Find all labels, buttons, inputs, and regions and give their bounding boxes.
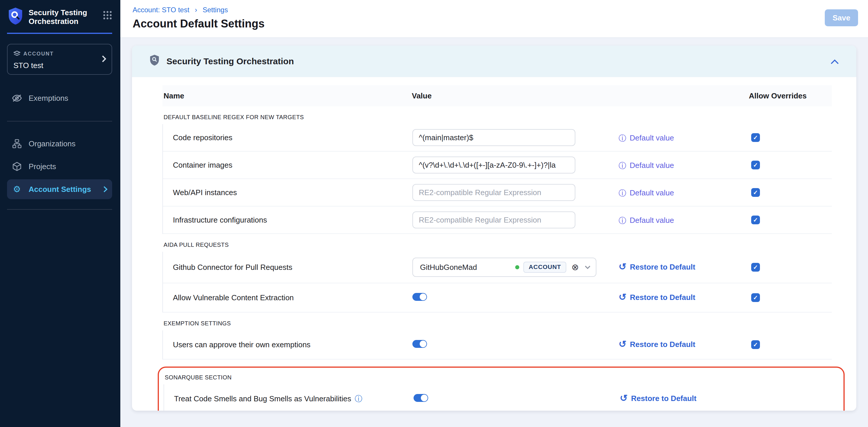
restore-icon: ↺ [619, 292, 626, 302]
section-header[interactable]: Security Testing Orchestration [132, 45, 856, 77]
regex-input-code-repositories[interactable] [412, 129, 576, 146]
restore-default-link[interactable]: ↺Restore to Default [619, 263, 695, 272]
sidebar-item-label: Exemptions [29, 94, 68, 103]
app-logo-shield-icon [8, 7, 23, 27]
restore-default-link[interactable]: ↺Restore to Default [619, 293, 695, 302]
setting-name: Code repositories [173, 133, 232, 142]
account-name: STO test [13, 61, 97, 70]
connector-status-dot [515, 265, 519, 269]
settings-group: Users can approve their own exemptions ↺… [162, 330, 832, 360]
settings-group: Github Connector for Pull Requests GitHu… [162, 252, 832, 312]
setting-name: Treat Code Smells and Bug Smells as Vuln… [174, 394, 351, 403]
regex-input-web-api[interactable] [412, 184, 576, 201]
table-row: Infrastructure configurations ⓘDefault v… [163, 207, 832, 234]
app-grid-menu-icon[interactable] [103, 10, 112, 22]
setting-name: Users can approve their own exemptions [173, 340, 310, 349]
info-icon: ⓘ [619, 134, 626, 142]
table-row: Web/API instances ⓘDefault value ✓ [163, 179, 832, 207]
eye-off-icon [10, 94, 23, 102]
allow-override-checkbox[interactable]: ✓ [751, 188, 760, 197]
info-icon[interactable]: ⓘ [354, 395, 362, 402]
toggle-approve-own-exemptions[interactable] [412, 340, 427, 348]
group-label: AIDA PULL REQUESTS [163, 242, 832, 248]
sidebar-item-organizations[interactable]: Organizations [7, 134, 112, 154]
breadcrumb-settings-link[interactable]: Settings [203, 6, 228, 14]
allow-override-checkbox[interactable]: ✓ [751, 340, 760, 349]
restore-default-link[interactable]: ↺Restore to Default [620, 394, 696, 403]
breadcrumb-separator-icon: › [195, 6, 197, 14]
regex-input-container-images[interactable] [412, 157, 576, 174]
annotation-highlight-box: SONARQUBE SECTION Treat Code Smells and … [158, 367, 845, 410]
table-header: Name Value Allow Overrides [162, 85, 832, 106]
sidebar-divider [7, 121, 112, 122]
info-icon: ⓘ [619, 217, 626, 224]
toggle-code-smells[interactable] [413, 394, 428, 402]
column-header-overrides: Allow Overrides [749, 91, 832, 100]
sidebar-item-account-settings[interactable]: ⚙ Account Settings [7, 179, 112, 199]
default-value-link[interactable]: ⓘDefault value [619, 188, 674, 197]
gear-icon: ⚙ [10, 185, 23, 194]
setting-name: Container images [173, 161, 232, 170]
default-value-link[interactable]: ⓘDefault value [619, 216, 674, 225]
sidebar-item-label: Projects [29, 162, 56, 171]
settings-group: Code repositories ⓘDefault value ✓ Conta… [162, 124, 832, 234]
page-header: Account: STO test › Settings Account Def… [120, 0, 868, 38]
allow-override-checkbox[interactable]: ✓ [751, 161, 760, 170]
group-label: SONARQUBE SECTION [165, 374, 832, 381]
info-icon: ⓘ [619, 162, 626, 170]
table-row: Allow Vulnerable Content Extraction ↺Res… [163, 283, 832, 312]
default-value-link[interactable]: ⓘDefault value [619, 161, 674, 170]
shield-icon [150, 54, 159, 68]
check-icon: ✓ [753, 294, 758, 301]
account-label: ACCOUNT [23, 51, 54, 57]
section-title: Security Testing Orchestration [166, 56, 294, 66]
check-icon: ✓ [753, 134, 758, 141]
allow-override-checkbox[interactable]: ✓ [751, 293, 760, 302]
check-icon: ✓ [753, 189, 758, 196]
chevron-up-icon[interactable] [831, 56, 839, 67]
toggle-vulnerable-content[interactable] [412, 293, 427, 301]
default-value-link[interactable]: ⓘDefault value [619, 133, 674, 143]
allow-override-checkbox[interactable]: ✓ [751, 216, 760, 224]
table-row: Github Connector for Pull Requests GitHu… [163, 252, 832, 283]
org-chart-icon [10, 139, 23, 148]
sidebar-item-exemptions[interactable]: Exemptions [7, 88, 112, 108]
connector-select[interactable]: GitHubGoneMad ACCOUNT ⊗ [412, 257, 596, 277]
sidebar-item-label: Organizations [29, 139, 75, 148]
check-icon: ✓ [753, 161, 758, 169]
sidebar-item-label: Account Settings [29, 185, 91, 194]
group-label: DEFAULT BASELINE REGEX FOR NEW TARGETS [163, 114, 832, 121]
chevron-right-icon [102, 54, 106, 65]
group-label: EXEMPTION SETTINGS [163, 320, 832, 327]
sidebar-divider [7, 209, 112, 210]
clear-icon[interactable]: ⊗ [571, 263, 579, 272]
allow-override-checkbox[interactable]: ✓ [751, 133, 760, 142]
table-row: Treat Code Smells and Bug Smells as Vuln… [164, 384, 832, 410]
setting-name: Github Connector for Pull Requests [173, 263, 292, 272]
chevron-right-icon [103, 184, 107, 195]
layers-icon [13, 49, 21, 59]
sidebar: Security Testing Orchestration ACCOUNT S… [0, 0, 120, 427]
setting-name: Infrastructure configurations [173, 216, 267, 224]
check-icon: ✓ [753, 341, 758, 348]
setting-name: Allow Vulnerable Content Extraction [173, 293, 294, 302]
restore-default-link[interactable]: ↺Restore to Default [619, 340, 695, 349]
connector-name: GitHubGoneMad [420, 263, 477, 272]
regex-input-infrastructure[interactable] [412, 211, 576, 228]
account-scope-selector[interactable]: ACCOUNT STO test [7, 44, 112, 75]
breadcrumb-account-link[interactable]: Account: STO test [133, 6, 189, 14]
sidebar-item-projects[interactable]: Projects [7, 157, 112, 176]
check-icon: ✓ [753, 216, 758, 223]
save-button[interactable]: Save [825, 9, 858, 26]
cube-icon [10, 161, 23, 172]
page-title: Account Default Settings [133, 18, 868, 30]
settings-card: Security Testing Orchestration Name Valu… [132, 45, 856, 410]
allow-override-checkbox[interactable]: ✓ [751, 263, 760, 272]
breadcrumb: Account: STO test › Settings [133, 6, 868, 14]
setting-name: Web/API instances [173, 188, 237, 197]
info-icon: ⓘ [619, 189, 626, 197]
brand-underline [7, 33, 112, 34]
restore-icon: ↺ [620, 393, 628, 403]
check-icon: ✓ [753, 264, 758, 271]
chevron-down-icon[interactable] [585, 266, 591, 269]
